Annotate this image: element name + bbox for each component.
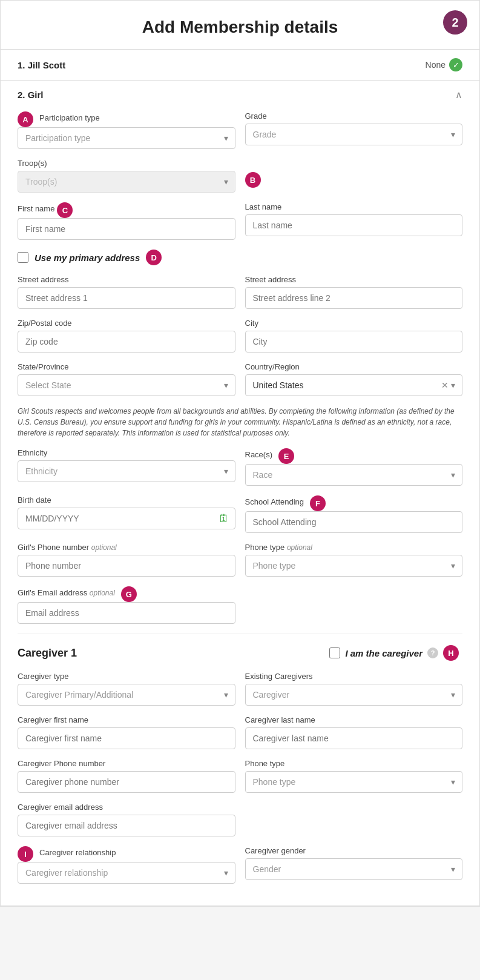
existing-caregivers-select[interactable]: Caregiver	[245, 684, 463, 706]
last-name-label: Last name	[245, 202, 463, 211]
caregiver-relationship-label: Caregiver relationship	[39, 848, 116, 857]
troops-row: Troop(s) Troop(s) ▾ B	[18, 159, 462, 193]
last-name-input[interactable]	[245, 214, 463, 236]
ethnicity-group: Ethnicity Ethnicity ▾	[18, 448, 235, 486]
collapse-icon[interactable]: ∧	[455, 89, 462, 101]
troops-group: Troop(s) Troop(s) ▾	[18, 159, 235, 193]
caregiver-type-group: Caregiver type Caregiver Primary/Additio…	[18, 672, 235, 706]
badge-A: A	[18, 111, 33, 127]
caregiver-type-label: Caregiver type	[18, 672, 235, 681]
badge-E: E	[278, 448, 294, 464]
ethnicity-label: Ethnicity	[18, 448, 235, 457]
caregiver-type-select[interactable]: Caregiver Primary/Additional	[18, 684, 235, 706]
participation-grade-row: A Participation type Participation type …	[18, 111, 462, 149]
girls-phone-input[interactable]	[18, 555, 235, 577]
existing-caregivers-select-wrapper: Caregiver ▾	[245, 684, 463, 706]
country-select[interactable]: United States	[245, 374, 463, 396]
i-am-caregiver-row: I am the caregiver ? H	[329, 645, 462, 661]
caregiver-phone-type-select[interactable]: Phone type	[245, 771, 463, 793]
school-label-row: School Attending F	[245, 495, 463, 511]
street-address2-label: Street address	[245, 275, 463, 284]
section1-status-text: None	[426, 60, 445, 70]
state-label: State/Province	[18, 362, 235, 371]
caregiver-rel-label-row: I Caregiver relationship	[18, 846, 235, 862]
street-address1-label: Street address	[18, 275, 235, 284]
participation-label: Participation type	[39, 113, 100, 122]
participation-label-row: A Participation type	[18, 111, 235, 127]
section1-block: 1. Jill Scott None ✓	[1, 50, 479, 81]
girls-email-group: Girl's Email address optional G	[18, 586, 235, 624]
zip-city-row: Zip/Postal code City	[18, 319, 462, 353]
school-input[interactable]	[245, 511, 463, 533]
caregiver-title: Caregiver 1	[18, 647, 77, 660]
caregiver-email-input[interactable]	[18, 815, 235, 836]
caregiver-first-name-label: Caregiver first name	[18, 715, 235, 724]
phone-type-select-wrapper: Phone type ▾	[245, 555, 463, 577]
phone-type-select[interactable]: Phone type	[245, 555, 463, 577]
caregiver-last-name-label: Caregiver last name	[245, 715, 463, 724]
check-icon: ✓	[449, 58, 462, 71]
page-title: Add Membership details	[13, 18, 467, 37]
caregiver-name-row: Caregiver first name Caregiver last name	[18, 715, 462, 749]
participation-select[interactable]: Participation type	[18, 127, 235, 149]
last-name-group: Last name	[245, 202, 463, 240]
birthdate-label: Birth date	[18, 495, 235, 505]
caregiver-phone-group: Caregiver Phone number	[18, 759, 235, 793]
caregiver-email-group: Caregiver email address	[18, 803, 235, 836]
troops-select-wrapper: Troop(s) ▾	[18, 171, 235, 193]
girls-phone-group: Girl's Phone number optional	[18, 543, 235, 577]
section2-label: 2. Girl	[18, 90, 44, 100]
first-name-input[interactable]	[18, 218, 235, 240]
badge-B-container: B	[245, 159, 463, 193]
badge-B: B	[245, 172, 261, 188]
troops-select[interactable]: Troop(s)	[18, 171, 235, 193]
caregiver-gender-select[interactable]: Gender	[245, 858, 463, 880]
help-icon[interactable]: ?	[427, 647, 438, 658]
badge-C: C	[57, 202, 73, 218]
birthdate-input[interactable]	[18, 508, 235, 529]
street-address-row: Street address Street address	[18, 275, 462, 309]
caregiver-rel-gender-row: I Caregiver relationship Caregiver relat…	[18, 846, 462, 884]
caregiver-relationship-select[interactable]: Caregiver relationship	[18, 862, 235, 884]
city-input[interactable]	[245, 331, 463, 353]
street-address2-input[interactable]	[245, 287, 463, 309]
girls-phone-row: Girl's Phone number optional Phone type …	[18, 543, 462, 577]
email-spacer	[245, 586, 463, 624]
caregiver-phone-row: Caregiver Phone number Phone type Phone …	[18, 759, 462, 793]
i-am-caregiver-checkbox[interactable]	[329, 647, 340, 658]
primary-address-label: Use my primary address	[35, 253, 140, 263]
name-row: First name C Last name	[18, 202, 462, 240]
girls-email-input[interactable]	[18, 602, 235, 624]
grade-label: Grade	[245, 111, 463, 121]
girls-phone-label: Girl's Phone number optional	[18, 543, 235, 552]
phone-type-label: Phone type optional	[245, 543, 463, 552]
caregiver-phone-input[interactable]	[18, 771, 235, 793]
zip-input[interactable]	[18, 331, 235, 353]
city-group: City	[245, 319, 463, 353]
caregiver-phone-type-label: Phone type	[245, 759, 463, 768]
primary-address-checkbox[interactable]	[18, 252, 28, 263]
state-country-row: State/Province Select State ▾ Country/Re…	[18, 362, 462, 396]
country-label: Country/Region	[245, 362, 463, 371]
phone-type-group: Phone type optional Phone type ▾	[245, 543, 463, 577]
badge-H: H	[443, 645, 459, 661]
section1-label: 1. Jill Scott	[18, 60, 65, 70]
street-address1-group: Street address	[18, 275, 235, 309]
caregiver-last-name-group: Caregiver last name	[245, 715, 463, 749]
grade-select[interactable]: Grade	[245, 124, 463, 145]
caregiver-first-name-group: Caregiver first name	[18, 715, 235, 749]
caregiver-first-name-input[interactable]	[18, 727, 235, 749]
race-select[interactable]: Race	[245, 464, 463, 486]
caregiver-last-name-input[interactable]	[245, 727, 463, 749]
caregiver-phone-type-select-wrapper: Phone type ▾	[245, 771, 463, 793]
city-label: City	[245, 319, 463, 328]
state-select[interactable]: Select State	[18, 374, 235, 396]
girl-form: A Participation type Participation type …	[18, 111, 462, 884]
girls-email-label-row: Girl's Email address optional G	[18, 586, 235, 602]
troops-label: Troop(s)	[18, 159, 235, 168]
calendar-icon[interactable]: 🗓	[219, 512, 229, 525]
ethnicity-race-row: Ethnicity Ethnicity ▾ Race(s) E	[18, 448, 462, 486]
participation-select-wrapper: Participation type ▾	[18, 127, 235, 149]
street-address1-input[interactable]	[18, 287, 235, 309]
ethnicity-select[interactable]: Ethnicity	[18, 460, 235, 482]
